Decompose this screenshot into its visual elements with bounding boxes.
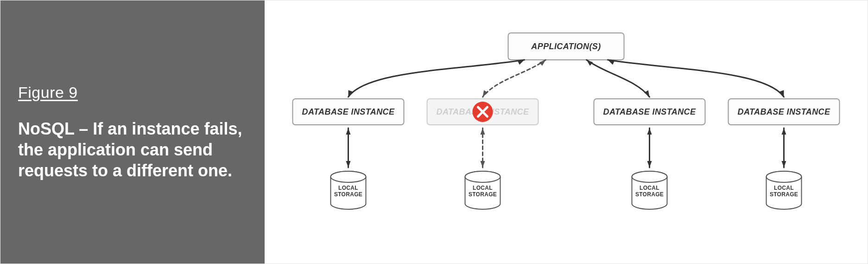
figure-caption: NoSQL – If an instance fails, the applic…	[18, 118, 247, 181]
storage-4: LOCAL STORAGE	[767, 171, 802, 209]
figure-label: Figure 9	[18, 84, 247, 102]
storage-3-label-line1: LOCAL	[640, 185, 659, 191]
storage-2: LOCAL STORAGE	[465, 171, 501, 209]
storage-1: LOCAL STORAGE	[331, 171, 366, 209]
storage-2-label-line2: STORAGE	[469, 191, 497, 198]
db-instance-4-label: DATABASE INSTANCE	[738, 107, 830, 116]
db-instance-3-label: DATABASE INSTANCE	[603, 107, 696, 116]
storage-3-label-line2: STORAGE	[635, 191, 664, 198]
storage-2-label-line1: LOCAL	[473, 185, 493, 191]
db-instance-3: DATABASE INSTANCE	[594, 99, 705, 125]
link-instance2-storage	[481, 128, 485, 167]
link-instance1-storage	[346, 128, 351, 167]
figure-container: Figure 9 NoSQL – If an instance fails, t…	[0, 0, 868, 264]
link-instance4-storage	[782, 128, 786, 167]
storage-1-label-line1: LOCAL	[338, 185, 358, 191]
application-label: APPLICATION(S)	[531, 42, 601, 51]
storage-4-label-line2: STORAGE	[770, 191, 798, 198]
db-instance-1: DATABASE INSTANCE	[293, 99, 404, 125]
storage-4-label-line1: LOCAL	[774, 185, 794, 191]
figure-sidebar: Figure 9 NoSQL – If an instance fails, t…	[0, 0, 265, 264]
db-instance-1-label: DATABASE INSTANCE	[302, 107, 395, 116]
db-instance-4: DATABASE INSTANCE	[729, 99, 840, 125]
storage-3: LOCAL STORAGE	[632, 171, 667, 209]
db-instance-2-failed: DATABASE INSTANCE	[427, 99, 539, 125]
error-icon	[473, 102, 493, 122]
link-instance3-storage	[647, 128, 652, 167]
diagram-canvas: APPLICATION(S) DATABASE INSTANCE	[265, 0, 868, 264]
diagram-svg: APPLICATION(S) DATABASE INSTANCE	[265, 0, 868, 264]
storage-1-label-line2: STORAGE	[334, 191, 362, 198]
